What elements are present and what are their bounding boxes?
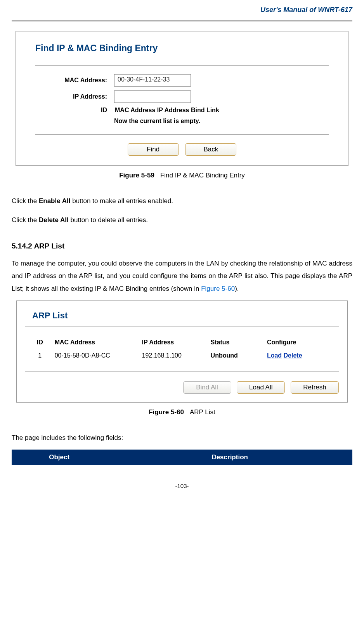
arp-table-row: 1 00-15-58-0D-A8-CC 192.168.1.100 Unboun…: [26, 349, 338, 362]
id-label: ID: [35, 107, 114, 114]
arp-rule-bottom: [25, 371, 339, 372]
cell-mac: 00-15-58-0D-A8-CC: [55, 349, 141, 362]
cell-id: 1: [26, 349, 54, 362]
id-row: ID MAC Address IP Address Bind Link: [35, 107, 329, 114]
fields-header-description: Description: [107, 450, 352, 465]
enable-all-paragraph: Click the Enable All button to make all …: [12, 195, 352, 207]
figure-59-label: Figure 5-59: [119, 172, 154, 179]
figure-59-caption: Figure 5-59Find IP & MAC Binding Entry: [12, 172, 352, 179]
mac-address-row: MAC Address: 00-30-4F-11-22-33: [35, 74, 329, 87]
mac-address-input[interactable]: 00-30-4F-11-22-33: [114, 74, 191, 87]
figure-59-caption-text: Find IP & MAC Binding Entry: [160, 172, 245, 179]
load-all-button[interactable]: Load All: [237, 381, 285, 394]
delete-link[interactable]: Delete: [284, 352, 302, 359]
figure-60-label: Figure 5-60: [149, 408, 184, 416]
dialog-rule-bottom: [35, 134, 329, 135]
header-ip: IP Address: [142, 336, 210, 349]
header-configure: Configure: [267, 336, 338, 349]
cell-ip: 192.168.1.100: [142, 349, 210, 362]
find-button[interactable]: Find: [128, 143, 179, 156]
page-header-title: User's Manual of WNRT-617: [12, 0, 352, 17]
ip-address-label: IP Address:: [35, 93, 114, 100]
fields-table: Object Description: [12, 450, 352, 465]
ip-address-row: IP Address:: [35, 90, 329, 103]
back-button[interactable]: Back: [185, 143, 236, 156]
section-heading: 5.14.2 ARP List: [12, 242, 352, 250]
fields-intro: The page includes the following fields:: [12, 432, 352, 444]
load-link[interactable]: Load: [267, 352, 282, 359]
delete-all-paragraph: Click the Delete All button to delete al…: [12, 214, 352, 226]
arp-table-header-row: ID MAC Address IP Address Status Configu…: [26, 336, 338, 349]
refresh-button[interactable]: Refresh: [291, 381, 339, 394]
arp-list-title: ARP List: [32, 311, 339, 321]
figure-60-box: ARP List ID MAC Address IP Address Statu…: [16, 300, 348, 403]
binding-table-header: MAC Address IP Address Bind Link: [114, 107, 219, 114]
arp-button-row: Bind All Load All Refresh: [25, 381, 339, 394]
ip-address-input[interactable]: [114, 90, 191, 103]
header-status: Status: [211, 336, 266, 349]
header-mac: MAC Address: [55, 336, 141, 349]
header-id: ID: [26, 336, 54, 349]
page-number: -103-: [12, 483, 352, 489]
bind-all-button[interactable]: Bind All: [183, 381, 231, 394]
fields-table-header-row: Object Description: [12, 450, 352, 465]
mac-address-label: MAC Address:: [35, 77, 114, 84]
cell-status: Unbound: [211, 349, 266, 362]
arp-rule-top: [25, 326, 339, 327]
empty-status-text: Now the current list is empty.: [114, 118, 329, 125]
arp-list-paragraph: To manage the computer, you could observ…: [12, 257, 352, 295]
figure-59-box: Find IP & MAC Binding Entry MAC Address:…: [16, 31, 348, 166]
figure-5-60-link[interactable]: Figure 5-60: [201, 285, 235, 292]
fields-header-object: Object: [12, 450, 107, 465]
arp-table: ID MAC Address IP Address Status Configu…: [25, 335, 339, 363]
figure-60-caption: Figure 5-60ARP List: [12, 408, 352, 416]
cell-configure: Load Delete: [267, 349, 338, 362]
figure-60-caption-text: ARP List: [190, 408, 215, 416]
header-rule: [12, 21, 352, 21]
dialog-title: Find IP & MAC Binding Entry: [35, 43, 329, 54]
dialog-button-row: Find Back: [35, 143, 329, 156]
dialog-rule: [35, 65, 329, 66]
